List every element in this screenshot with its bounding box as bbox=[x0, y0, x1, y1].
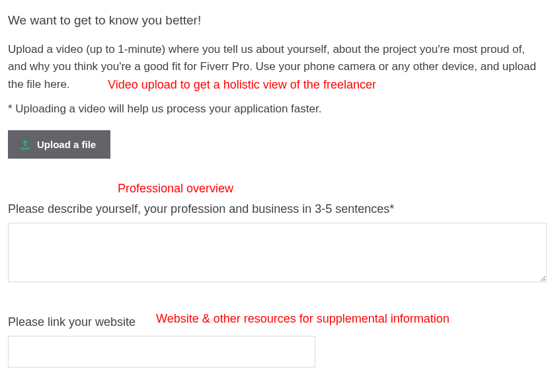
form-heading: We want to get to know you better! bbox=[8, 13, 548, 28]
website-input[interactable] bbox=[8, 336, 315, 368]
upload-icon bbox=[20, 139, 30, 150]
upload-file-button[interactable]: Upload a file bbox=[8, 130, 110, 159]
describe-label: Please describe yourself, your professio… bbox=[8, 202, 548, 216]
annotation-website: Website & other resources for supplement… bbox=[156, 312, 450, 326]
upload-file-button-label: Upload a file bbox=[37, 139, 96, 150]
video-note: * Uploading a video will help us process… bbox=[8, 102, 548, 116]
annotation-video: Video upload to get a holistic view of t… bbox=[108, 78, 376, 92]
annotation-overview: Professional overview bbox=[118, 182, 233, 196]
describe-textarea[interactable] bbox=[8, 223, 547, 282]
